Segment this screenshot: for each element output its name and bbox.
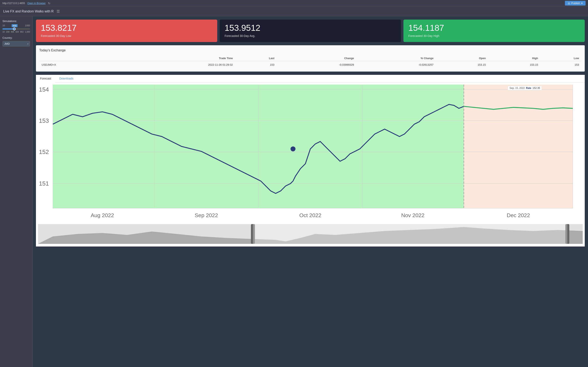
chart-tooltip: Sep. 15, 2022 Rate 152.35 <box>508 86 542 90</box>
slider-value-badge: 456 <box>12 24 17 27</box>
simulations-slider-container: 10 456 1000 10 208 406 604 802 1,000 <box>2 24 30 33</box>
publish-button[interactable]: ◎ Publish ▾ <box>565 1 586 6</box>
slider-minmax-labels: 10 456 1000 <box>2 24 30 27</box>
metric-label-high: Forecasted 30-Day High <box>408 34 580 38</box>
country-label: Country: <box>2 36 30 39</box>
cell-change: -0.03999329 <box>277 61 356 68</box>
slider-max-label: 1000 <box>25 24 30 27</box>
exchange-table: Trade Time Last Change % Change Open Hig… <box>39 55 581 68</box>
open-in-browser-button[interactable]: Open in Browser <box>27 2 45 5</box>
metric-label-low: Forecasted 30-Day Low <box>41 34 212 38</box>
col-low: Low <box>540 55 581 61</box>
y-label-151: 151 <box>39 180 49 187</box>
sidebar: Simulations: 10 456 1000 10 208 406 604 … <box>0 16 33 367</box>
hamburger-icon[interactable]: ☰ <box>57 9 60 14</box>
slider-track[interactable] <box>2 28 30 30</box>
slider-tick-labels: 10 208 406 604 802 1,000 <box>2 31 30 33</box>
metric-value-high: 154.1187 <box>408 24 580 32</box>
tick-5: 1,000 <box>25 31 30 33</box>
refresh-icon[interactable]: ↻ <box>48 2 51 5</box>
exchange-title: Today's Exchange <box>39 49 581 52</box>
tick-1: 208 <box>6 31 9 33</box>
country-select-wrapper: JMD USD EUR GBP ▾ <box>2 41 30 47</box>
chart-wrapper: Sep. 15, 2022 Rate 152.35 <box>36 83 585 247</box>
tick-3: 604 <box>16 31 19 33</box>
simulations-label: Simulations: <box>2 20 30 23</box>
tab-downloads[interactable]: Downloads <box>55 75 77 83</box>
x-label-oct: Oct 2022 <box>299 212 321 218</box>
chart-dot <box>291 146 295 151</box>
main-layout: Simulations: 10 456 1000 10 208 406 604 … <box>0 16 588 367</box>
tabs-header: Forecast Downloads <box>36 75 585 83</box>
y-label-152: 152 <box>39 149 49 155</box>
x-label-nov: Nov 2022 <box>401 212 424 218</box>
y-label-153: 153 <box>39 117 49 124</box>
range-selection <box>253 224 567 244</box>
chart-bg-red <box>464 85 573 208</box>
publish-chevron-icon: ▾ <box>581 2 583 5</box>
tooltip-value: 152.35 <box>532 87 540 90</box>
tooltip-label: Rate <box>526 87 531 90</box>
col-last: Last <box>235 55 277 61</box>
tick-2: 406 <box>11 31 14 33</box>
cell-low: 153 <box>540 61 581 68</box>
col-high: High <box>488 55 540 61</box>
publish-icon: ◎ <box>568 2 570 5</box>
slider-thumb[interactable] <box>13 27 16 30</box>
metric-label-avg: Forecasted 30-Day Avg. <box>225 34 396 38</box>
metric-card-avg: 153.9512 Forecasted 30-Day Avg. <box>220 20 401 42</box>
metric-card-low: 153.8217 Forecasted 30-Day Low <box>36 20 217 42</box>
tabs-container: Forecast Downloads Sep. 15, 2022 Rate 15… <box>36 75 585 247</box>
col-open: Open <box>436 55 488 61</box>
chart-svg: 154 153 152 151 Aug 2022 Sep 2022 Oct 20… <box>38 85 583 223</box>
metric-cards: 153.8217 Forecasted 30-Day Low 153.9512 … <box>36 20 585 42</box>
metric-card-high: 154.1187 Forecasted 30-Day High <box>403 20 585 42</box>
chart-svg-container: Sep. 15, 2022 Rate 152.35 <box>38 85 583 244</box>
browser-bar: http://127.0.0.1:4655 Open in Browser ↻ … <box>0 0 588 7</box>
slider-fill <box>2 28 14 30</box>
x-label-sep: Sep 2022 <box>195 212 218 218</box>
country-select[interactable]: JMD USD EUR GBP <box>2 41 30 47</box>
col-symbol <box>39 55 117 61</box>
range-chart-svg <box>38 224 583 244</box>
y-label-154: 154 <box>39 86 49 93</box>
tick-4: 802 <box>20 31 24 33</box>
cell-high: 153.15 <box>488 61 540 68</box>
cell-trade-time: 2022-11-26 01:29:32 <box>117 61 235 68</box>
metric-value-avg: 153.9512 <box>225 24 396 32</box>
tick-0: 10 <box>2 31 5 33</box>
col-change: Change <box>277 55 356 61</box>
x-label-aug: Aug 2022 <box>91 212 114 218</box>
app-header: Live FX and Random Walks with R ☰ <box>0 7 588 16</box>
metric-value-low: 153.8217 <box>41 24 212 32</box>
browser-url: http://127.0.0.1:4655 <box>2 2 25 5</box>
col-pct-change: % Change <box>356 55 436 61</box>
tooltip-date: Sep. 15, 2022 <box>510 87 525 90</box>
tab-forecast[interactable]: Forecast <box>36 75 55 83</box>
cell-pct-change: -0.02613257 <box>356 61 436 68</box>
table-row: USDJMD=X 2022-11-26 01:29:32 153 -0.0399… <box>39 61 581 68</box>
x-label-dec: Dec 2022 <box>507 212 530 218</box>
cell-symbol: USDJMD=X <box>39 61 117 68</box>
content-area: 153.8217 Forecasted 30-Day Low 153.9512 … <box>33 16 588 367</box>
col-trade-time: Trade Time <box>117 55 235 61</box>
slider-min-label: 10 <box>2 24 5 27</box>
exchange-section: Today's Exchange Trade Time Last Change … <box>36 45 585 72</box>
table-header-row: Trade Time Last Change % Change Open Hig… <box>39 55 581 61</box>
app-title: Live FX and Random Walks with R <box>3 9 54 13</box>
cell-open: 153.15 <box>436 61 488 68</box>
cell-last: 153 <box>235 61 277 68</box>
